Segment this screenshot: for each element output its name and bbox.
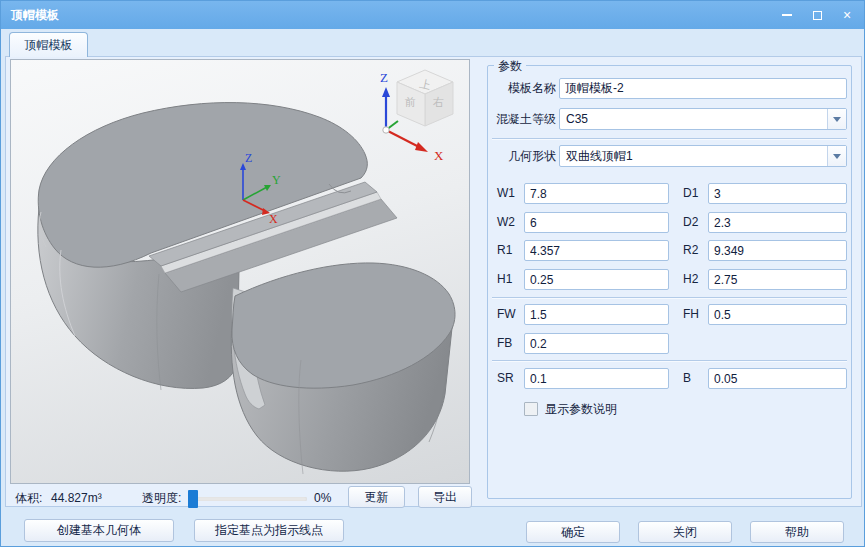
- parameters-groupbox: 参数 模板名称 混凝土等级 C35 几何形状 双曲线顶帽1 W1 D1 W2 D…: [487, 65, 852, 499]
- 3d-viewport[interactable]: Z Y X 上 前 右 Z X: [10, 59, 470, 484]
- field-input-fh[interactable]: [708, 304, 847, 325]
- geometry-shape-label: 几何形状: [490, 146, 556, 167]
- export-button[interactable]: 导出: [418, 486, 472, 508]
- maximize-icon: [813, 11, 822, 20]
- field-input-d2[interactable]: [708, 212, 847, 233]
- dialog-window: 顶帽模板 × 顶帽模板: [0, 0, 865, 547]
- geometry-shape-select[interactable]: 双曲线顶帽1: [559, 145, 847, 167]
- view-cube[interactable]: 上 前 右 Z X: [380, 70, 453, 163]
- field-label-fh: FH: [683, 304, 707, 325]
- field-input-h2[interactable]: [708, 269, 847, 290]
- create-geometry-button[interactable]: 创建基本几何体: [24, 519, 174, 542]
- transparency-slider-track[interactable]: [189, 497, 307, 501]
- triad-y-label: Y: [272, 173, 281, 187]
- field-input-r1[interactable]: [524, 240, 669, 261]
- transparency-value: 0%: [314, 488, 331, 508]
- cube-axis-x-label: X: [434, 148, 444, 163]
- concrete-grade-label: 混凝土等级: [488, 109, 556, 130]
- field-input-fb[interactable]: [524, 333, 669, 354]
- separator: [492, 360, 847, 362]
- concrete-grade-select[interactable]: C35: [559, 108, 847, 130]
- field-label-w1: W1: [497, 183, 523, 204]
- field-label-fb: FB: [497, 333, 523, 354]
- transparency-slider-handle[interactable]: [188, 490, 198, 508]
- field-input-d1[interactable]: [708, 183, 847, 204]
- volume-label: 体积:: [15, 488, 42, 508]
- view-cube-front-label: 前: [404, 96, 416, 108]
- minimize-icon: [782, 14, 792, 16]
- minimize-button[interactable]: [772, 1, 802, 29]
- 3d-model-canvas: Z Y X 上 前 右 Z X: [11, 60, 469, 483]
- template-name-input[interactable]: [559, 78, 847, 99]
- volume-value: 44.827m³: [51, 488, 102, 508]
- update-button[interactable]: 更新: [348, 486, 405, 508]
- template-name-label: 模板名称: [490, 78, 556, 99]
- field-label-w2: W2: [497, 212, 523, 233]
- field-label-d1: D1: [683, 183, 707, 204]
- field-input-sr[interactable]: [524, 368, 669, 389]
- transparency-label: 透明度:: [142, 488, 181, 508]
- close-button[interactable]: ×: [832, 1, 862, 29]
- triad-z-label: Z: [245, 151, 252, 165]
- ok-button[interactable]: 确定: [526, 521, 620, 543]
- group-title: 参数: [494, 58, 526, 75]
- concrete-grade-value: C35: [566, 109, 588, 129]
- field-label-r1: R1: [497, 240, 523, 261]
- window-controls: ×: [772, 1, 862, 29]
- show-params-checkbox-label: 显示参数说明: [545, 399, 665, 420]
- field-label-h1: H1: [497, 269, 523, 290]
- triad-x-label: X: [269, 212, 278, 226]
- chevron-down-icon[interactable]: [827, 109, 846, 129]
- geometry-shape-value: 双曲线顶帽1: [566, 146, 633, 166]
- field-label-b: B: [683, 368, 707, 389]
- field-label-fw: FW: [497, 304, 523, 325]
- maximize-button[interactable]: [802, 1, 832, 29]
- view-cube-right-label: 右: [433, 96, 444, 108]
- field-input-fw[interactable]: [524, 304, 669, 325]
- field-label-sr: SR: [497, 368, 523, 389]
- chevron-down-icon[interactable]: [827, 146, 846, 166]
- field-label-h2: H2: [683, 269, 707, 290]
- field-input-w2[interactable]: [524, 212, 669, 233]
- field-label-d2: D2: [683, 212, 707, 233]
- set-base-point-button[interactable]: 指定基点为指示线点: [194, 519, 344, 542]
- cube-axis-z-label: Z: [380, 70, 388, 85]
- field-input-h1[interactable]: [524, 269, 669, 290]
- tab-top-cap-template[interactable]: 顶帽模板: [9, 32, 88, 57]
- separator: [492, 297, 847, 299]
- field-input-w1[interactable]: [524, 183, 669, 204]
- show-params-checkbox[interactable]: [524, 402, 538, 416]
- field-input-b[interactable]: [708, 368, 847, 389]
- help-button[interactable]: 帮助: [750, 521, 844, 543]
- titlebar[interactable]: 顶帽模板 ×: [1, 1, 865, 29]
- close-icon: ×: [843, 7, 851, 23]
- field-label-r2: R2: [683, 240, 707, 261]
- close-dialog-button[interactable]: 关闭: [638, 521, 732, 543]
- field-input-r2[interactable]: [708, 240, 847, 261]
- window-title: 顶帽模板: [11, 7, 59, 24]
- separator: [492, 138, 847, 140]
